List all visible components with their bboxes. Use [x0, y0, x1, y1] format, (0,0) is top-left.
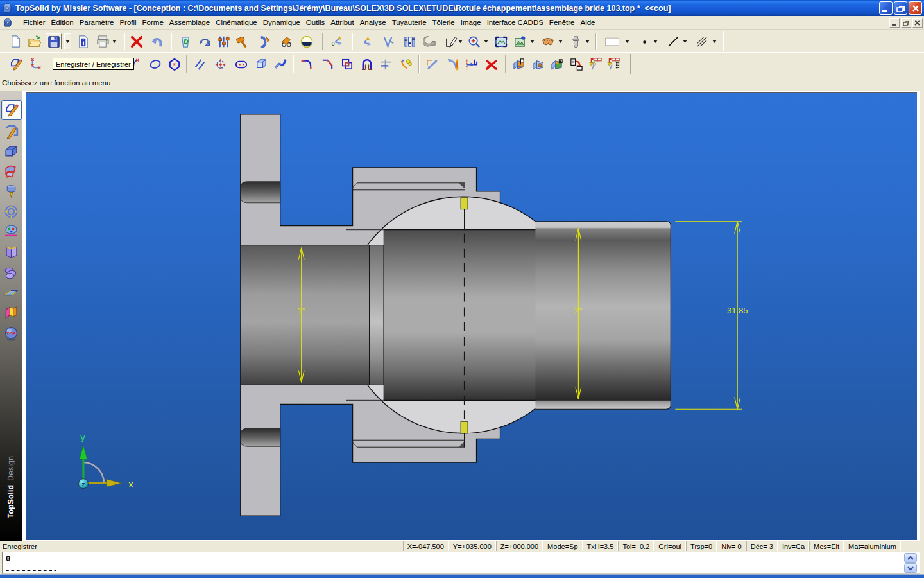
pen-dropdown-icon[interactable]	[457, 33, 464, 49]
sidebar-profile-pen-icon[interactable]	[3, 123, 20, 141]
block-green-icon[interactable]	[549, 56, 565, 72]
point-dropdown-icon[interactable]	[652, 33, 659, 49]
bolt-dropdown-icon[interactable]	[584, 33, 591, 49]
print-icon[interactable]	[94, 33, 110, 49]
delete-icon[interactable]	[128, 33, 144, 49]
mdi-minimize-button[interactable]	[889, 18, 900, 28]
menu-item-interface-cadds[interactable]: Interface CADDS	[487, 17, 543, 29]
flange-hole-bottom[interactable]	[241, 428, 280, 446]
menu-item-outils[interactable]: Outils	[306, 17, 325, 29]
viewport[interactable]: 1° 2° 31.85	[26, 92, 917, 540]
slot-shape-icon[interactable]	[233, 56, 249, 72]
probe-list-icon[interactable]	[606, 56, 622, 72]
measure-diag-icon[interactable]	[424, 56, 440, 72]
shaded-sphere-icon[interactable]	[298, 33, 314, 49]
print-dropdown-icon[interactable]	[111, 33, 118, 49]
minimize-button[interactable]	[879, 1, 893, 15]
scroll-down-button[interactable]	[904, 563, 917, 573]
menu-item-tuyauterie[interactable]: Tuyauterie	[392, 17, 427, 29]
menu-item-e-dition[interactable]: Édition	[51, 17, 74, 29]
bore-band[interactable]	[370, 245, 384, 385]
rotate-measure-icon[interactable]	[444, 56, 460, 72]
probe-flag-icon[interactable]	[587, 56, 603, 72]
command-box[interactable]: 0	[2, 552, 920, 574]
sidebar-palette-icon[interactable]	[3, 222, 20, 240]
menu-item-image[interactable]: Image	[461, 17, 481, 29]
menu-item-to-lerie[interactable]: Tôlerie	[432, 17, 455, 29]
seal-marker-bottom[interactable]	[461, 421, 468, 433]
right-tube[interactable]	[535, 222, 671, 410]
new-document-icon[interactable]	[8, 33, 24, 49]
modify-icon[interactable]	[196, 33, 212, 49]
sidebar-plate-icon[interactable]	[3, 285, 20, 302]
open-folder-icon[interactable]	[26, 33, 42, 49]
sidebar-sketch-mode-icon[interactable]	[1, 100, 22, 120]
menu-item-parame-tre[interactable]: Paramètre	[80, 17, 114, 29]
undo-icon[interactable]	[149, 33, 165, 49]
point-target-icon[interactable]	[212, 56, 228, 72]
seal-marker-top[interactable]	[461, 197, 468, 209]
zoom-plus-icon[interactable]	[466, 33, 482, 49]
box-3d-icon[interactable]	[253, 56, 269, 72]
smart-arrows-icon[interactable]: 0	[328, 33, 344, 49]
sidebar-coil-icon[interactable]	[3, 265, 20, 282]
menu-item-dynamique[interactable]: Dynamique	[263, 17, 300, 29]
flange-hole-top[interactable]	[241, 182, 280, 203]
machine-tool-icon[interactable]	[278, 33, 294, 49]
menu-item-attribut[interactable]: Attribut	[330, 17, 354, 29]
menu-item-aide[interactable]: Aide	[581, 17, 595, 29]
color-swatch-icon[interactable]	[601, 33, 623, 49]
goggles-icon[interactable]	[540, 33, 556, 49]
point-edit-icon[interactable]	[27, 56, 43, 72]
sidebar-top-sphere-icon[interactable]: TOP	[3, 325, 20, 342]
image-export-icon[interactable]	[512, 33, 528, 49]
block-curve-icon[interactable]	[530, 56, 546, 72]
menu-item-assemblage[interactable]: Assemblage	[169, 17, 210, 29]
hdim-icon[interactable]	[463, 56, 479, 72]
mdi-close-button[interactable]	[912, 18, 923, 28]
sidebar-drill-tool-icon[interactable]	[3, 182, 20, 200]
hammer-icon[interactable]	[234, 33, 250, 49]
fillet-icon[interactable]	[298, 56, 314, 72]
sidebar-surface-tool-icon[interactable]	[3, 162, 20, 180]
mdi-restore-button[interactable]	[901, 18, 911, 28]
menu-item-fene-tre[interactable]: Fenêtre	[549, 17, 575, 29]
parallel-lines-icon[interactable]	[192, 56, 208, 72]
image-dropdown-icon[interactable]	[529, 33, 536, 49]
arch-slot-icon[interactable]	[359, 56, 375, 72]
point-style-icon[interactable]	[637, 33, 653, 49]
save-dropdown-icon[interactable]	[64, 33, 71, 49]
hatch-style-icon[interactable]	[694, 33, 710, 49]
sidebar-colored-shape-icon[interactable]	[3, 304, 20, 322]
hatch-dropdown-icon[interactable]	[711, 33, 718, 49]
line-style-icon[interactable]	[665, 33, 681, 49]
close-button[interactable]	[909, 1, 922, 15]
menu-item-cine-matique[interactable]: Cinématique	[216, 17, 257, 29]
scroll-up-button[interactable]	[904, 553, 917, 563]
sidebar-rings-icon[interactable]	[3, 203, 20, 220]
bolt-icon[interactable]	[567, 33, 583, 49]
select-arrows-icon[interactable]	[358, 33, 374, 49]
bend-tool-icon[interactable]	[256, 33, 272, 49]
zoom-dropdown-icon[interactable]	[483, 33, 490, 49]
delete-constraint-icon[interactable]	[483, 56, 499, 72]
menu-item-forme[interactable]: Forme	[142, 17, 164, 29]
sidebar-solid-box-icon[interactable]	[3, 143, 20, 161]
line-dropdown-icon[interactable]	[681, 33, 689, 49]
swatch-dropdown-icon[interactable]	[624, 33, 631, 49]
menu-item-fichier[interactable]: Fichier	[23, 17, 46, 29]
rect-overlap-icon[interactable]	[339, 56, 355, 72]
menu-item-profil[interactable]: Profil	[119, 17, 136, 29]
curve-3d-icon[interactable]	[272, 56, 288, 72]
wrench-gray-icon[interactable]	[422, 33, 438, 49]
menu-item-analyse[interactable]: Analyse	[360, 17, 386, 29]
chamfer-icon[interactable]	[319, 56, 335, 72]
block-flag-icon[interactable]	[511, 56, 527, 72]
clipboard-arrow-icon[interactable]	[568, 56, 584, 72]
sliders-icon[interactable]	[215, 33, 231, 49]
angle-measure-icon[interactable]	[380, 33, 396, 49]
ellipse-icon[interactable]	[147, 56, 163, 72]
restore-button[interactable]	[894, 1, 907, 15]
recycle-icon[interactable]	[177, 33, 193, 49]
goggles-dropdown-icon[interactable]	[557, 33, 564, 49]
